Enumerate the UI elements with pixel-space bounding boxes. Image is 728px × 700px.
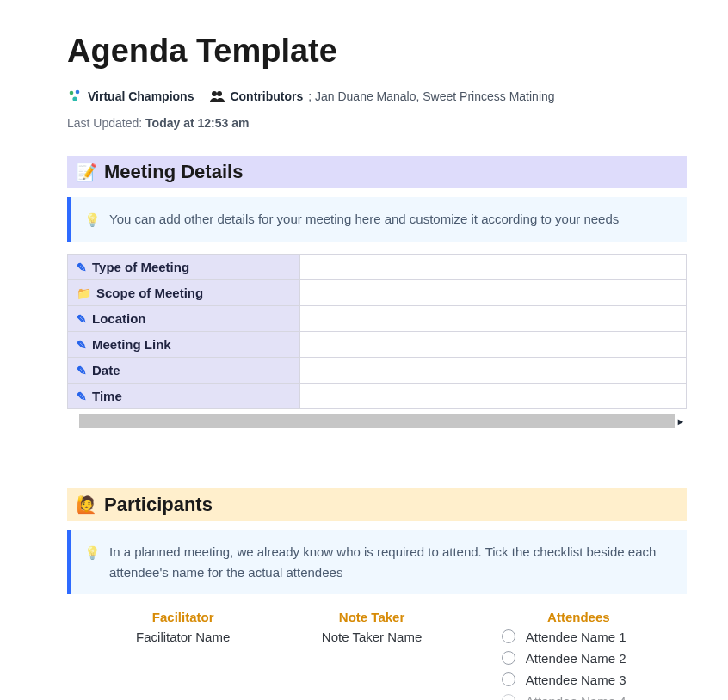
field-label: Type of Meeting <box>92 260 189 274</box>
participants-grid: Facilitator Facilitator Name Note Taker … <box>67 606 687 700</box>
meeting-details-table: ✎Type of Meeting 📁Scope of Meeting ✎Loca… <box>67 254 687 409</box>
lightbulb-icon: 💡 <box>84 210 101 230</box>
meeting-details-header: 📝 Meeting Details <box>67 156 687 188</box>
team-name: Virtual Champions <box>88 89 194 103</box>
facilitator-header: Facilitator <box>93 610 273 624</box>
meta-row: Virtual Champions Contributors; Jan Duan… <box>67 89 687 104</box>
contributors-label: Contributors <box>230 89 303 103</box>
participants-callout-text: In a planned meeting, we already know wh… <box>109 542 673 582</box>
people-icon <box>209 89 225 103</box>
checkbox-icon[interactable] <box>502 672 515 686</box>
participants-title: Participants <box>104 494 213 516</box>
field-value[interactable] <box>300 255 687 280</box>
contributors-list: ; Jan Duane Manalo, Sweet Princess Matin… <box>308 89 554 103</box>
lightbulb-icon: 💡 <box>84 543 101 562</box>
scroll-right-icon[interactable]: ► <box>675 414 687 428</box>
participants-callout: 💡 In a planned meeting, we already know … <box>67 530 687 594</box>
team-meta: Virtual Champions <box>67 89 194 104</box>
attendee-name[interactable]: Attendee Name 2 <box>526 651 626 666</box>
field-label: Scope of Meeting <box>96 286 203 300</box>
meeting-details-callout-text: You can add other details for your meeti… <box>109 209 619 229</box>
field-value[interactable] <box>300 306 687 332</box>
field-value[interactable] <box>300 358 687 384</box>
meeting-details-title: Meeting Details <box>104 161 243 183</box>
last-updated-label: Last Updated: <box>67 116 142 130</box>
horizontal-scrollbar[interactable]: ◄ ► <box>67 414 687 428</box>
svg-point-4 <box>217 91 222 96</box>
notepad-icon: 📝 <box>76 162 97 182</box>
svg-point-0 <box>70 91 74 95</box>
checkbox-icon[interactable] <box>502 629 515 643</box>
raised-hand-icon: 🙋 <box>76 494 97 515</box>
attendee-name[interactable]: Attendee Name 4 <box>526 694 626 700</box>
field-value[interactable] <box>300 280 687 306</box>
facilitator-value[interactable]: Facilitator Name <box>93 629 273 644</box>
scroll-left-icon[interactable]: ◄ <box>67 414 79 428</box>
pencil-icon: ✎ <box>77 364 87 378</box>
last-updated-value: Today at 12:53 am <box>145 116 249 130</box>
checkbox-icon[interactable] <box>502 651 515 665</box>
field-label: Time <box>92 389 122 403</box>
last-updated: Last Updated: Today at 12:53 am <box>67 116 687 130</box>
attendee-name[interactable]: Attendee Name 1 <box>526 629 626 644</box>
attendee-row: Attendee Name 1 <box>502 629 687 644</box>
attendee-row: Attendee Name 4 <box>502 694 687 700</box>
attendee-row: Attendee Name 2 <box>502 651 687 666</box>
table-row: ✎Meeting Link <box>68 332 687 358</box>
table-row: ✎Time <box>68 384 687 409</box>
table-row: 📁Scope of Meeting <box>68 280 687 306</box>
table-row: ✎Type of Meeting <box>68 255 687 280</box>
pencil-icon: ✎ <box>77 261 87 274</box>
attendees-list: Attendee Name 1 Attendee Name 2 Attendee… <box>471 629 687 700</box>
field-label: Location <box>92 311 146 326</box>
svg-point-3 <box>212 91 217 96</box>
field-value[interactable] <box>300 332 687 358</box>
attendee-name[interactable]: Attendee Name 3 <box>526 672 626 687</box>
svg-point-2 <box>72 96 77 101</box>
field-label: Date <box>92 363 120 378</box>
attendee-row: Attendee Name 3 <box>502 672 687 687</box>
participants-header: 🙋 Participants <box>67 488 687 521</box>
table-row: ✎Date <box>68 358 687 384</box>
team-icon <box>67 89 83 104</box>
svg-point-1 <box>76 90 80 95</box>
table-row: ✎Location <box>68 306 687 332</box>
note-taker-value[interactable]: Note Taker Name <box>281 629 461 644</box>
page-title: Agenda Template <box>67 33 687 70</box>
meeting-details-callout: 💡 You can add other details for your mee… <box>67 197 687 242</box>
field-label: Meeting Link <box>92 337 171 352</box>
note-taker-header: Note Taker <box>281 610 461 624</box>
attendees-header: Attendees <box>471 610 687 624</box>
pencil-icon: ✎ <box>77 338 87 352</box>
pencil-icon: ✎ <box>77 390 87 403</box>
folder-icon: 📁 <box>77 286 91 300</box>
checkbox-icon[interactable] <box>502 694 515 700</box>
contributors-meta: Contributors; Jan Duane Manalo, Sweet Pr… <box>209 89 554 103</box>
pencil-icon: ✎ <box>77 312 87 326</box>
field-value[interactable] <box>300 384 687 409</box>
